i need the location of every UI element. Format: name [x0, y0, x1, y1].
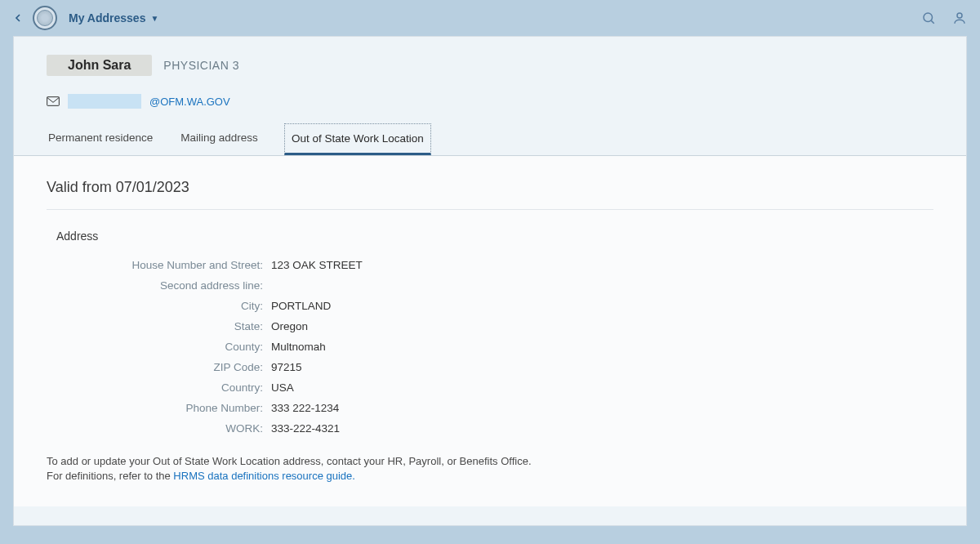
svg-point-2: [957, 13, 962, 18]
field-label-state: State:: [47, 320, 271, 332]
field-row: City: PORTLAND: [47, 300, 933, 312]
caret-down-icon: ▼: [150, 14, 158, 23]
chevron-left-icon: [11, 11, 24, 25]
search-button[interactable]: [921, 11, 936, 25]
field-label-phone: Phone Number:: [47, 402, 271, 414]
help-link[interactable]: HRMS data definitions resource guide.: [173, 470, 355, 482]
field-row: State: Oregon: [47, 320, 933, 332]
svg-line-1: [931, 20, 933, 23]
field-label-work: WORK:: [47, 422, 271, 435]
user-icon: [952, 11, 967, 25]
field-label-country: Country:: [47, 381, 271, 394]
field-value-city: PORTLAND: [271, 300, 331, 312]
field-value-house: 123 OAK STREET: [271, 259, 363, 271]
user-button[interactable]: [952, 11, 967, 25]
svg-rect-3: [47, 97, 60, 106]
seal-logo: [33, 6, 57, 30]
field-label-city: City:: [47, 300, 271, 312]
email-link[interactable]: @OFM.WA.GOV: [149, 96, 230, 108]
tab-content: Valid from 07/01/2023 Address House Numb…: [14, 156, 966, 506]
field-row: Country: USA: [47, 381, 933, 394]
section-heading: Address: [47, 230, 933, 243]
top-right-actions: [921, 11, 967, 25]
field-label-zip: ZIP Code:: [47, 361, 271, 373]
back-button[interactable]: [10, 10, 26, 26]
person-header: John Sara PHYSICIAN 3: [14, 37, 966, 84]
person-name: John Sara: [47, 55, 152, 76]
field-value-county: Multnomah: [271, 341, 326, 353]
mail-icon: [47, 96, 60, 106]
field-row: Phone Number: 333 222-1234: [47, 402, 933, 414]
help-text: To add or update your Out of State Work …: [47, 454, 933, 484]
help-line2-prefix: For definitions, refer to the: [47, 470, 173, 482]
valid-from-heading: Valid from 07/01/2023: [47, 179, 933, 210]
tab-mailing-address[interactable]: Mailing address: [179, 123, 260, 155]
tabs: Permanent residence Mailing address Out …: [14, 123, 966, 156]
help-line2: For definitions, refer to the HRMS data …: [47, 469, 933, 484]
field-label-second: Second address line:: [47, 279, 271, 292]
email-redacted: [68, 94, 141, 109]
field-row: ZIP Code: 97215: [47, 361, 933, 373]
field-value-zip: 97215: [271, 361, 302, 373]
field-value-state: Oregon: [271, 320, 308, 332]
field-row: House Number and Street: 123 OAK STREET: [47, 259, 933, 271]
field-row: County: Multnomah: [47, 341, 933, 353]
field-value-country: USA: [271, 381, 294, 394]
search-icon: [921, 11, 936, 25]
tab-out-of-state[interactable]: Out of State Work Location: [284, 123, 431, 155]
field-label-house: House Number and Street:: [47, 259, 271, 271]
field-value-phone: 333 222-1234: [271, 402, 339, 414]
tab-permanent-residence[interactable]: Permanent residence: [47, 123, 154, 155]
person-role: PHYSICIAN 3: [163, 59, 239, 72]
field-value-work: 333-222-4321: [271, 422, 340, 435]
main-panel: John Sara PHYSICIAN 3 @OFM.WA.GOV Perman…: [13, 36, 967, 526]
page-title-dropdown[interactable]: My Addresses ▼: [69, 11, 158, 25]
email-row: @OFM.WA.GOV: [14, 84, 966, 123]
help-line1: To add or update your Out of State Work …: [47, 454, 933, 469]
page-title: My Addresses: [69, 11, 145, 25]
field-row: WORK: 333-222-4321: [47, 422, 933, 435]
field-row: Second address line:: [47, 279, 933, 292]
svg-point-0: [924, 13, 933, 22]
field-label-county: County:: [47, 341, 271, 353]
top-bar: My Addresses ▼: [0, 0, 980, 36]
